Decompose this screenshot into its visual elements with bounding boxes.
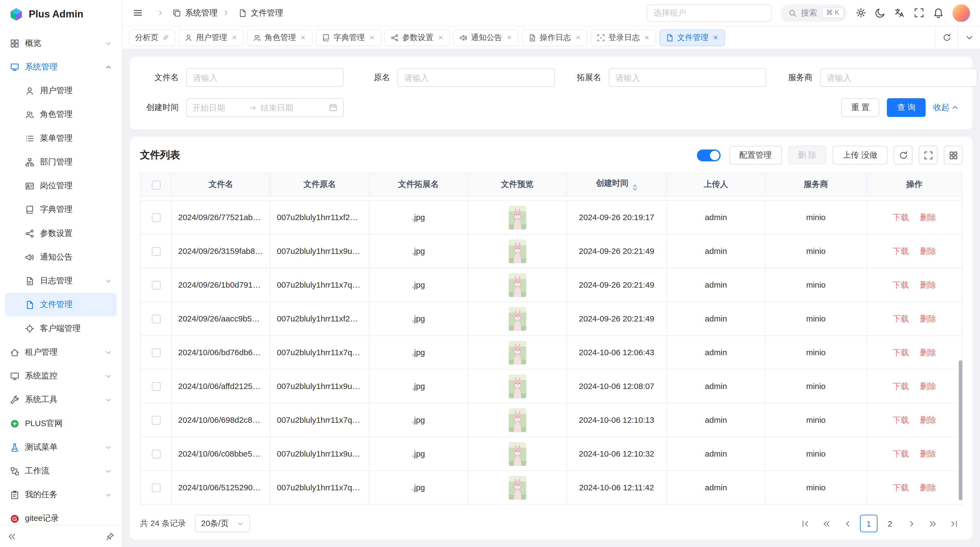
file-preview-thumbnail[interactable]: [509, 408, 526, 432]
tab-close-icon[interactable]: [575, 34, 581, 41]
next-page-button[interactable]: [902, 515, 920, 532]
tab-close-icon[interactable]: [712, 34, 718, 41]
download-link[interactable]: 下载: [892, 482, 909, 492]
download-link[interactable]: 下载: [892, 347, 909, 357]
date-range-picker[interactable]: [186, 98, 344, 117]
tab[interactable]: 通知公告: [453, 29, 518, 46]
reset-button[interactable]: 重 置: [841, 98, 880, 117]
sidebar-item[interactable]: 系统管理: [5, 55, 117, 79]
row-checkbox[interactable]: [152, 315, 160, 323]
download-link[interactable]: 下载: [892, 381, 909, 391]
sidebar-item[interactable]: 测试菜单: [5, 435, 117, 459]
download-link[interactable]: 下载: [892, 280, 909, 289]
sidebar-item[interactable]: 系统工具: [5, 388, 117, 411]
column-settings-button[interactable]: [944, 146, 963, 164]
prev-page-button[interactable]: [839, 515, 856, 532]
file-preview-thumbnail[interactable]: [509, 239, 526, 263]
config-management-button[interactable]: 配置管理: [729, 146, 782, 164]
sidebar-item[interactable]: 概览: [5, 31, 117, 55]
language-button[interactable]: [894, 8, 905, 18]
sidebar-item[interactable]: 角色管理: [5, 103, 117, 126]
row-checkbox[interactable]: [152, 281, 160, 290]
sidebar-item[interactable]: 用户管理: [5, 79, 117, 102]
row-checkbox[interactable]: [152, 247, 160, 256]
download-link[interactable]: 下载: [892, 415, 909, 424]
sidebar-item[interactable]: PLUS官网: [5, 411, 117, 435]
table-refresh-button[interactable]: [894, 146, 913, 164]
sidebar-collapse-button[interactable]: [8, 532, 16, 541]
tab-close-icon[interactable]: [368, 34, 375, 41]
sidebar-item[interactable]: 系统监控: [5, 364, 117, 388]
notifications-button[interactable]: [933, 8, 944, 18]
file-preview-thumbnail[interactable]: [509, 273, 526, 297]
sidebar-item[interactable]: 文件管理: [5, 293, 117, 316]
file-preview-thumbnail[interactable]: [509, 374, 526, 398]
file-preview-thumbnail[interactable]: [509, 206, 526, 229]
search-visibility-toggle[interactable]: [697, 149, 720, 161]
tab[interactable]: 字典管理: [315, 29, 381, 46]
sidebar-item[interactable]: gitee记录: [5, 507, 117, 525]
settings-button[interactable]: [856, 8, 866, 18]
tab[interactable]: 角色管理: [247, 29, 312, 46]
download-link[interactable]: 下载: [892, 246, 909, 255]
tab-close-icon[interactable]: [162, 34, 169, 41]
tab[interactable]: 分析页: [129, 29, 175, 46]
upload-button[interactable]: 上传 没做: [833, 146, 888, 164]
row-checkbox[interactable]: [152, 214, 160, 222]
delete-link[interactable]: 删除: [920, 449, 936, 458]
delete-link[interactable]: 删除: [920, 314, 936, 323]
sidebar-item[interactable]: 客户端管理: [5, 317, 117, 340]
row-checkbox[interactable]: [152, 348, 160, 357]
sidebar-item[interactable]: 菜单管理: [5, 126, 117, 150]
page-number-button[interactable]: 2: [881, 515, 899, 532]
first-page-button[interactable]: [796, 515, 814, 532]
row-checkbox[interactable]: [152, 450, 160, 458]
theme-toggle-button[interactable]: [875, 8, 886, 18]
tab[interactable]: 参数设置: [384, 29, 450, 46]
sidebar-item[interactable]: 我的任务: [5, 483, 117, 506]
sort-icon[interactable]: [632, 184, 637, 191]
filter-field-input[interactable]: [186, 68, 344, 87]
filter-field-input[interactable]: [820, 68, 978, 87]
column-created-time[interactable]: 创建时间: [566, 173, 667, 196]
download-link[interactable]: 下载: [892, 212, 909, 222]
sidebar-toggle-button[interactable]: [132, 8, 143, 18]
tab-close-icon[interactable]: [231, 34, 237, 41]
tab[interactable]: 文件管理: [659, 29, 725, 46]
breadcrumb-item[interactable]: 系统管理: [152, 7, 218, 18]
sidebar-item[interactable]: 通知公告: [5, 245, 117, 269]
sidebar-item[interactable]: 岗位管理: [5, 174, 117, 198]
file-preview-thumbnail[interactable]: [509, 442, 526, 466]
sidebar-item[interactable]: 部门管理: [5, 150, 117, 174]
date-start-input[interactable]: [192, 103, 245, 112]
tabs-refresh-button[interactable]: [935, 26, 958, 49]
page-size-select[interactable]: 20条/页: [195, 515, 250, 532]
tab-close-icon[interactable]: [506, 34, 512, 41]
tab-close-icon[interactable]: [300, 34, 306, 41]
delete-link[interactable]: 删除: [920, 381, 936, 391]
tab[interactable]: 操作日志: [522, 29, 587, 46]
tabs-menu-button[interactable]: [958, 26, 980, 49]
download-link[interactable]: 下载: [892, 449, 909, 458]
file-preview-thumbnail[interactable]: [509, 476, 526, 499]
tab-close-icon[interactable]: [644, 34, 650, 41]
download-link[interactable]: 下载: [892, 314, 909, 323]
delete-link[interactable]: 删除: [920, 280, 936, 289]
batch-delete-button[interactable]: 删 除: [788, 146, 826, 164]
fullscreen-button[interactable]: [914, 8, 924, 18]
file-preview-thumbnail[interactable]: [509, 307, 526, 330]
user-avatar[interactable]: [953, 4, 970, 22]
row-checkbox[interactable]: [152, 416, 160, 425]
filter-field-input[interactable]: [398, 68, 555, 87]
sidebar-item[interactable]: 字典管理: [5, 198, 117, 222]
delete-link[interactable]: 删除: [920, 347, 936, 357]
app-logo[interactable]: Plus Admin: [0, 0, 122, 29]
next-pages-button[interactable]: [924, 515, 941, 532]
row-checkbox[interactable]: [152, 382, 160, 391]
query-button[interactable]: 查 询: [887, 98, 926, 117]
tab[interactable]: 登录日志: [590, 29, 656, 46]
delete-link[interactable]: 删除: [920, 246, 936, 255]
prev-pages-button[interactable]: [818, 515, 835, 532]
collapse-filters-link[interactable]: 收起: [933, 102, 959, 113]
sidebar-item[interactable]: 日志管理: [5, 269, 117, 293]
